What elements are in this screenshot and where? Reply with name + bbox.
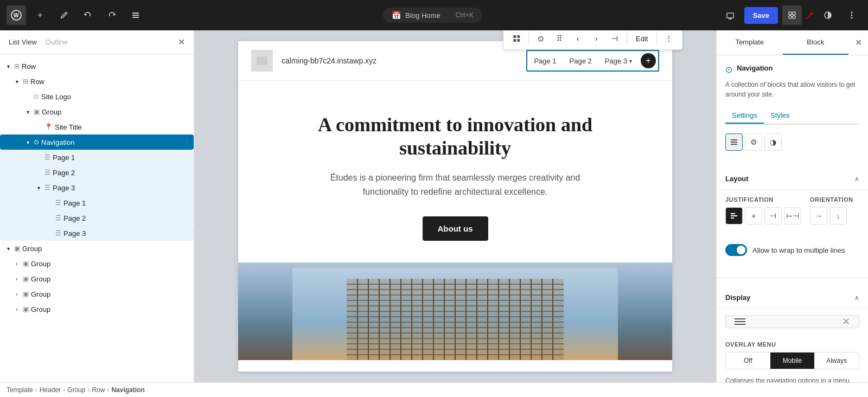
breadcrumb-template[interactable]: Template — [7, 386, 33, 394]
overlay-off-option[interactable]: Off — [726, 353, 770, 369]
svg-rect-5 — [727, 13, 733, 18]
styles-subtab[interactable]: Styles — [764, 108, 796, 124]
tree-item-navigation[interactable]: ▾ ⊙ Navigation ⋮ — [0, 135, 194, 150]
list-view-button[interactable] — [126, 5, 145, 25]
close-display-icon[interactable]: ✕ — [842, 316, 850, 328]
breadcrumb-separator: › — [87, 386, 90, 394]
block-editor-view-button[interactable] — [782, 5, 802, 25]
add-nav-item-button[interactable]: + — [641, 53, 656, 68]
overlay-mobile-option[interactable]: Mobile — [770, 353, 815, 369]
justify-center-button[interactable]: + — [745, 207, 762, 225]
settings-subtab[interactable]: Settings — [725, 108, 764, 124]
nav-icon-btn[interactable]: ⊙ — [532, 30, 550, 47]
template-tab[interactable]: Template — [717, 30, 783, 55]
nav-page1[interactable]: Page 1 — [527, 54, 563, 68]
view-mode-tabs: ⚙ ◑ — [725, 133, 859, 151]
block-type-switcher[interactable] — [508, 30, 525, 47]
tree-item-page3-nav[interactable]: ▾ ☰ Page 3 — [0, 180, 194, 195]
svg-rect-18 — [517, 35, 520, 38]
drag-handle[interactable]: ⠿ — [551, 30, 568, 47]
tree-item-group5[interactable]: › ▣ Group — [0, 302, 194, 317]
item-label: Page 3 — [53, 184, 75, 192]
save-button[interactable]: Save — [744, 7, 778, 24]
svg-rect-60 — [731, 215, 737, 216]
left-panel-close-button[interactable]: ✕ — [178, 37, 185, 47]
block-type-icon: ⊞ — [14, 62, 20, 70]
tree-item-group2[interactable]: › ▣ Group — [0, 256, 194, 271]
breadcrumb-group[interactable]: Group — [67, 386, 85, 394]
tree-item-site-title[interactable]: 📍 Site Title — [0, 119, 194, 135]
contrast-button[interactable] — [818, 5, 838, 25]
justify-right-button[interactable]: ⊣ — [764, 207, 782, 225]
nav-page3[interactable]: Page 3 ▾ — [598, 54, 639, 68]
chevron-icon: ▾ — [4, 246, 12, 252]
svg-rect-3 — [132, 15, 139, 16]
breadcrumb-header[interactable]: Header — [40, 386, 61, 394]
wrap-toggle[interactable] — [725, 244, 747, 256]
tree-item-site-logo[interactable]: ⊙ Site Logo — [0, 89, 194, 104]
building-svg — [292, 268, 618, 360]
right-panel-close-button[interactable]: ✕ — [848, 33, 868, 53]
wp-logo[interactable]: W — [7, 5, 26, 25]
svg-rect-19 — [513, 39, 516, 42]
align-btn[interactable]: ⊣ — [606, 30, 623, 47]
orient-horizontal-button[interactable]: → — [810, 207, 827, 225]
tree-item-page2-nav[interactable]: ☰ Page 2 — [0, 165, 194, 180]
svg-point-15 — [851, 17, 853, 19]
settings-gear-btn[interactable]: ⚙ — [745, 133, 762, 151]
display-section-header[interactable]: Display ∧ — [717, 287, 868, 309]
nav-page2[interactable]: Page 2 — [563, 54, 598, 68]
redo-button[interactable] — [102, 5, 122, 25]
more-toolbar-btn[interactable]: ⋮ — [660, 30, 678, 47]
tree-item-group-root[interactable]: ▾ ▣ Group — [0, 241, 194, 256]
navigation-bar[interactable]: ⊙ ⠿ ‹ › ⊣ Edit ⋮ Page 1 Page 2 — [526, 50, 659, 72]
tree-item-group4[interactable]: › ▣ Group — [0, 286, 194, 302]
layout-section-header[interactable]: Layout ∧ — [717, 168, 868, 190]
breadcrumb-row[interactable]: Row — [92, 386, 105, 394]
tree-item-row1[interactable]: ▾ ⊞ Row — [0, 59, 194, 74]
orient-vertical-button[interactable]: ↓ — [829, 207, 847, 225]
list-view-icon-btn[interactable] — [725, 133, 743, 151]
blog-home-pill[interactable]: 📅 Blog Home Ctrl+K — [383, 8, 482, 23]
device-view-button[interactable] — [720, 5, 740, 25]
svg-text:W: W — [14, 12, 19, 18]
canvas-scroll[interactable]: calming-bb7c24.instawp.xyz ⊙ ⠿ ‹ — [194, 30, 716, 382]
outline-tab[interactable]: Outline — [46, 38, 68, 46]
move-left-btn[interactable]: ‹ — [569, 30, 586, 47]
layout-content: JUSTIFICATION + ⊣ ⊢⊣ ORIENTATION → ↓ — [717, 190, 868, 273]
navigation-label: Navigation — [41, 138, 74, 146]
move-right-btn[interactable]: › — [588, 30, 605, 47]
site-domain: calming-bb7c24.instawp.xyz — [282, 56, 376, 65]
tree-item-row2[interactable]: ▾ ⊞ Row — [0, 74, 194, 89]
page-icon: ☰ — [55, 199, 61, 207]
breadcrumb-separator: › — [35, 386, 37, 394]
add-block-button[interactable]: + — [30, 5, 50, 25]
more-options-button[interactable] — [842, 5, 861, 25]
chevron-icon: ▾ — [24, 139, 31, 145]
tree-item-page1-sub[interactable]: ☰ Page 1 — [0, 195, 194, 210]
overlay-always-option[interactable]: Always — [814, 353, 859, 369]
svg-rect-10 — [789, 16, 792, 18]
breadcrumb-bar: Template › Header › Group › Row › Naviga… — [0, 382, 868, 397]
tree-item-group3[interactable]: › ▣ Group — [0, 271, 194, 286]
tree-item-page2-sub[interactable]: ☰ Page 2 — [0, 210, 194, 226]
undo-button[interactable] — [78, 5, 98, 25]
contrast-settings-btn[interactable]: ◑ — [764, 133, 782, 151]
divider — [717, 278, 868, 278]
item-label: Group — [31, 290, 50, 298]
edit-nav-button[interactable]: Edit — [630, 33, 653, 45]
edit-button[interactable] — [54, 5, 74, 25]
block-tab[interactable]: Block — [783, 30, 849, 55]
svg-rect-56 — [731, 139, 737, 140]
justify-left-button[interactable] — [725, 207, 743, 225]
options-dots[interactable]: ⋮ — [184, 139, 189, 145]
justify-space-between-button[interactable]: ⊢⊣ — [784, 207, 801, 225]
item-label: Site Logo — [41, 93, 71, 101]
tree-item-page1-nav[interactable]: ☰ Page 1 — [0, 150, 194, 165]
tree-item-group[interactable]: ▾ ▣ Group — [0, 104, 194, 119]
about-us-button[interactable]: About us — [423, 216, 488, 241]
list-view-tab[interactable]: List View — [9, 38, 37, 46]
tree-item-page3-sub[interactable]: ☰ Page 3 — [0, 226, 194, 241]
breadcrumb-navigation[interactable]: Navigation — [111, 386, 144, 394]
chevron-icon: › — [13, 306, 21, 312]
